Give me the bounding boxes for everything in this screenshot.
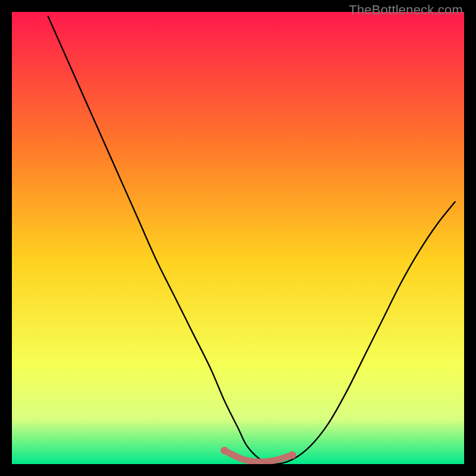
highlight-endpoint-left (221, 447, 228, 455)
gradient-background (12, 12, 464, 464)
watermark-text: TheBottleneck.com (349, 2, 463, 18)
bottleneck-chart (12, 12, 464, 464)
highlight-endpoint-right (289, 451, 296, 459)
